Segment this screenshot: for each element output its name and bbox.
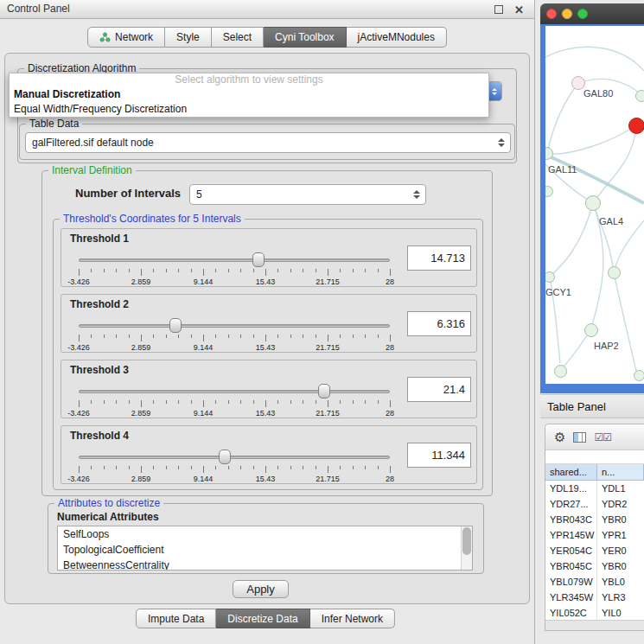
- tick-label: -3.426: [67, 475, 90, 483]
- slider-tick-labels: -3.426 2.859 9.144 15.43 21.715 28: [79, 409, 390, 418]
- table-header-row: shared... n...: [545, 464, 644, 481]
- slider-ticks: [79, 400, 390, 407]
- screen: Control Panel ✕ Network Style: [0, 0, 644, 644]
- node[interactable]: [585, 195, 601, 211]
- threshold-1-value-field[interactable]: 14.713: [407, 245, 471, 271]
- table-row[interactable]: YER054C YER0: [545, 543, 644, 558]
- threshold-coordinates-group-label: Threshold's Coordinates for 5 Intervals: [60, 213, 245, 225]
- list-item[interactable]: SelfLoops: [58, 526, 472, 542]
- slider-thumb[interactable]: [219, 450, 231, 464]
- option-manual-discretization[interactable]: Manual Discretization: [10, 87, 488, 102]
- float-window-icon[interactable]: [494, 5, 503, 14]
- tab-impute-data[interactable]: Impute Data: [136, 609, 216, 628]
- slider-ticks: [79, 335, 390, 341]
- apply-button[interactable]: Apply: [233, 580, 289, 598]
- interval-definition-group-label: Interval Definition: [48, 164, 136, 176]
- table-data-combobox-value: galFiltered.sif default node: [32, 133, 493, 152]
- threshold-1-label: Threshold 1: [70, 233, 129, 245]
- tab-network-label: Network: [115, 28, 153, 47]
- threshold-3-slider[interactable]: -3.426 2.859 9.144 15.43 21.715 28: [79, 381, 390, 418]
- node[interactable]: [634, 370, 644, 381]
- list-item[interactable]: BetweennessCentrality: [58, 558, 472, 571]
- columns-icon[interactable]: [573, 432, 586, 443]
- threshold-2-value-field[interactable]: 6.316: [407, 311, 471, 336]
- slider-track[interactable]: [79, 324, 390, 328]
- close-icon[interactable]: ✕: [514, 3, 524, 16]
- table-row[interactable]: YDL19... YDL1: [545, 481, 644, 496]
- table-row[interactable]: YDR27... YDR2: [545, 496, 644, 512]
- select-columns-icon[interactable]: ☑☑: [594, 432, 611, 443]
- tab-infer-network[interactable]: Infer Network: [310, 609, 395, 628]
- tick-label: 21.715: [316, 343, 340, 352]
- network-tab-icon: [99, 32, 111, 42]
- column-header-shared-name[interactable]: shared...: [545, 464, 597, 481]
- slider-track[interactable]: [79, 456, 390, 459]
- network-canvas[interactable]: GAL80 GAL11 GAL4 GCY1 HAP2: [545, 26, 644, 384]
- column-header-name[interactable]: n...: [597, 464, 644, 481]
- table-row[interactable]: YLR345W YLR3: [545, 590, 644, 605]
- tab-network[interactable]: Network: [87, 27, 165, 48]
- slider-thumb[interactable]: [169, 318, 182, 333]
- threshold-3-value-field[interactable]: 21.4: [407, 377, 471, 402]
- threshold-2-panel: Threshold 2 -3.426 2.859 9.144 15.43 21.…: [61, 294, 477, 353]
- cell: YBR043C: [545, 512, 597, 527]
- threshold-2-slider[interactable]: -3.426 2.859 9.144 15.43 21.715 28: [79, 316, 390, 352]
- selected-node[interactable]: [628, 118, 644, 134]
- table-data-combobox[interactable]: galFiltered.sif default node: [25, 132, 511, 153]
- number-of-intervals-stepper-icon[interactable]: [411, 185, 423, 204]
- tab-cyni-toolbox[interactable]: Cyni Toolbox: [264, 27, 346, 48]
- table-hscrollbar[interactable]: [545, 620, 644, 630]
- cell: YIL0: [597, 605, 644, 620]
- table-row[interactable]: YIL052C YIL0: [545, 605, 644, 620]
- table-panel-window: ⚙ ☑☑ shared... n... YDL19... YDL1 YDR27.…: [545, 424, 644, 631]
- node[interactable]: [554, 365, 567, 378]
- cyni-mode-tabbar: Impute Data Discretize Data Infer Networ…: [136, 609, 395, 628]
- table-panel-title: Table Panel: [540, 395, 644, 418]
- node[interactable]: [584, 323, 598, 337]
- attributes-scrollbar[interactable]: [461, 526, 472, 570]
- option-equal-width-frequency[interactable]: Equal Width/Frequency Discretization: [10, 102, 488, 117]
- tab-style[interactable]: Style: [165, 27, 212, 48]
- tab-select[interactable]: Select: [212, 27, 264, 48]
- tick-label: 15.43: [256, 343, 276, 352]
- minimize-traffic-light-icon[interactable]: [562, 9, 572, 19]
- tab-style-label: Style: [176, 28, 200, 47]
- attributes-list: SelfLoops TopologicalCoefficient Between…: [57, 526, 473, 571]
- tick-label: -3.426: [67, 343, 90, 352]
- slider-thumb[interactable]: [252, 252, 265, 267]
- network-window-titlebar: [540, 3, 644, 24]
- close-traffic-light-icon[interactable]: [546, 9, 557, 19]
- table-row[interactable]: YBL079W YBL0: [545, 574, 644, 590]
- table-row[interactable]: YBR043C YBR0: [545, 512, 644, 527]
- window-title: Control Panel: [7, 0, 70, 18]
- attributes-group: Attributes to discretize Numerical Attri…: [48, 503, 484, 574]
- table-data-combobox-stepper-icon[interactable]: [495, 133, 507, 152]
- tab-jactivemnodules[interactable]: jActiveMNodules: [347, 27, 447, 48]
- number-of-intervals-combobox[interactable]: 5: [189, 184, 426, 205]
- threshold-4-slider[interactable]: -3.426 2.859 9.144 15.43 21.715 28: [79, 447, 390, 483]
- slider-thumb[interactable]: [318, 384, 330, 399]
- number-of-intervals-label: Number of Intervals: [75, 187, 181, 200]
- table-row[interactable]: YPR145W YPR1: [545, 527, 644, 543]
- threshold-1-slider[interactable]: -3.426 2.859 9.144 15.43 21.715 28: [79, 250, 390, 286]
- algorithm-dropdown-popup: Select algorithm to view settings Manual…: [9, 73, 489, 118]
- cell: YPR1: [597, 527, 644, 543]
- list-item[interactable]: TopologicalCoefficient: [58, 542, 472, 558]
- cell: YBL0: [597, 574, 644, 590]
- gear-icon[interactable]: ⚙: [554, 430, 565, 443]
- table-filter-strip: [545, 450, 644, 464]
- node[interactable]: [608, 266, 621, 279]
- table-panel-header: Table Panel: [540, 394, 644, 418]
- slider-track[interactable]: [79, 390, 390, 393]
- node-label: GAL80: [583, 88, 613, 99]
- tab-discretize-data[interactable]: Discretize Data: [216, 609, 309, 628]
- zoom-traffic-light-icon[interactable]: [577, 9, 588, 19]
- control-panel-tabbar: Network Style Select Cyni Toolbox jActiv…: [87, 27, 447, 48]
- scrollbar-thumb[interactable]: [462, 527, 471, 555]
- cell: YLR3: [597, 590, 644, 605]
- threshold-4-value-field[interactable]: 11.344: [407, 443, 471, 468]
- node[interactable]: [635, 90, 644, 102]
- control-panel-titlebar: Control Panel ✕: [0, 0, 534, 19]
- table-row[interactable]: YBR045C YBR0: [545, 558, 644, 574]
- slider-track[interactable]: [79, 258, 390, 262]
